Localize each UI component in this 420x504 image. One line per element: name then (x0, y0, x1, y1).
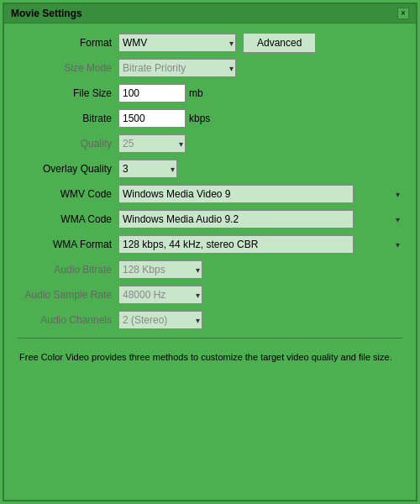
title-bar: Movie Settings × (4, 4, 416, 24)
size-mode-control: Bitrate Priority (118, 59, 402, 77)
wma-format-label: WMA Format (18, 239, 118, 250)
close-button[interactable]: × (397, 8, 409, 19)
wmv-code-select-wrapper: Windows Media Video 9 (118, 185, 402, 203)
size-mode-row: Size Mode Bitrate Priority (18, 57, 402, 79)
wma-code-row: WMA Code Windows Media Audio 9.2 (18, 208, 402, 230)
bitrate-label: Bitrate (18, 113, 118, 124)
file-size-input[interactable] (118, 84, 186, 102)
audio-sample-rate-select-wrapper: 48000 Hz (118, 286, 202, 304)
audio-channels-row: Audio Channels 2 (Stereo) (18, 309, 402, 331)
quality-label: Quality (18, 138, 118, 150)
wma-code-select-wrapper: Windows Media Audio 9.2 (118, 210, 402, 228)
format-control: WMV Advanced (118, 33, 402, 53)
file-size-unit: mb (189, 87, 203, 99)
wmv-code-label: WMV Code (18, 188, 118, 200)
movie-settings-window: Movie Settings × Format WMV Advanced Siz… (3, 3, 417, 501)
overlay-quality-row: Overlay Quality 3 (18, 158, 402, 180)
quality-row: Quality 25 (18, 133, 402, 155)
wma-format-row: WMA Format 128 kbps, 44 kHz, stereo CBR (18, 234, 402, 255)
bitrate-input[interactable] (118, 109, 186, 128)
audio-sample-rate-control: 48000 Hz (118, 286, 402, 304)
format-select-wrapper: WMV (118, 34, 236, 52)
wmv-code-control: Windows Media Video 9 (118, 185, 402, 203)
audio-sample-rate-label: Audio Sample Rate (18, 289, 118, 301)
bitrate-row: Bitrate kbps (18, 108, 402, 129)
quality-select-wrapper: 25 (118, 134, 186, 153)
size-mode-label: Size Mode (18, 62, 118, 74)
window-title: Movie Settings (11, 8, 82, 19)
audio-channels-control: 2 (Stereo) (118, 311, 402, 329)
advanced-button[interactable]: Advanced (243, 33, 316, 53)
wma-code-label: WMA Code (18, 213, 118, 225)
audio-bitrate-label: Audio Bitrate (18, 264, 118, 276)
size-mode-select[interactable]: Bitrate Priority (118, 59, 236, 77)
wma-code-control: Windows Media Audio 9.2 (118, 210, 402, 228)
wma-format-select[interactable]: 128 kbps, 44 kHz, stereo CBR (118, 235, 354, 254)
wma-format-control: 128 kbps, 44 kHz, stereo CBR (118, 235, 402, 254)
audio-sample-rate-row: Audio Sample Rate 48000 Hz (18, 284, 402, 306)
wmv-code-select[interactable]: Windows Media Video 9 (118, 185, 354, 203)
format-row: Format WMV Advanced (18, 32, 402, 54)
audio-sample-rate-select[interactable]: 48000 Hz (118, 286, 202, 304)
bitrate-unit: kbps (189, 113, 210, 124)
overlay-quality-control: 3 (118, 160, 402, 178)
audio-bitrate-select[interactable]: 128 Kbps (118, 260, 202, 279)
bitrate-control: kbps (118, 109, 402, 128)
content-area: Format WMV Advanced Size Mode Bitrate Pr… (4, 24, 416, 373)
format-select[interactable]: WMV (118, 34, 236, 52)
quality-select[interactable]: 25 (118, 134, 186, 153)
size-mode-select-wrapper: Bitrate Priority (118, 59, 236, 77)
wmv-code-row: WMV Code Windows Media Video 9 (18, 183, 402, 205)
wma-format-select-wrapper: 128 kbps, 44 kHz, stereo CBR (118, 235, 402, 254)
file-size-control: mb (118, 84, 402, 102)
overlay-quality-select-wrapper: 3 (118, 160, 177, 178)
audio-channels-label: Audio Channels (18, 314, 118, 326)
info-text: Free Color Video provides three methods … (18, 345, 402, 365)
overlay-quality-select[interactable]: 3 (118, 160, 177, 178)
audio-bitrate-row: Audio Bitrate 128 Kbps (18, 259, 402, 281)
file-size-label: File Size (18, 87, 118, 99)
audio-channels-select[interactable]: 2 (Stereo) (118, 311, 202, 329)
overlay-quality-label: Overlay Quality (18, 163, 118, 175)
quality-control: 25 (118, 134, 402, 153)
wma-code-select[interactable]: Windows Media Audio 9.2 (118, 210, 354, 228)
audio-channels-select-wrapper: 2 (Stereo) (118, 311, 202, 329)
file-size-row: File Size mb (18, 82, 402, 104)
format-label: Format (18, 37, 118, 49)
divider (18, 338, 402, 339)
audio-bitrate-select-wrapper: 128 Kbps (118, 260, 202, 279)
audio-bitrate-control: 128 Kbps (118, 260, 402, 279)
